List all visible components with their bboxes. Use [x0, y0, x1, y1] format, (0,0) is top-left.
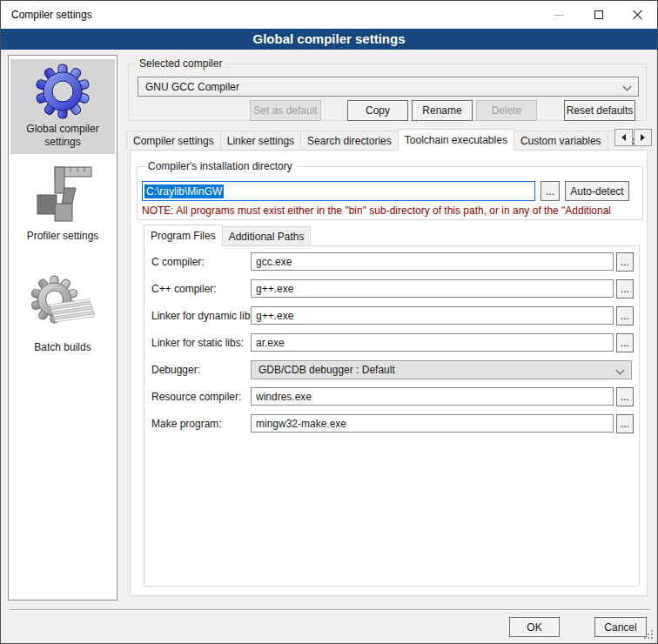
selected-compiler-group: Selected compiler GNU GCC Compiler Set a… — [128, 64, 647, 121]
chevron-down-icon — [623, 83, 632, 91]
ok-button[interactable]: OK — [509, 617, 560, 637]
minimize-icon — [554, 15, 564, 16]
tab-scroll-left-button[interactable] — [614, 129, 633, 146]
arrow-left-icon — [618, 134, 626, 141]
resource-compiler-input[interactable] — [251, 387, 614, 406]
copy-button[interactable]: Copy — [347, 100, 408, 121]
selected-compiler-group-label: Selected compiler — [136, 57, 225, 70]
reset-defaults-button[interactable]: Reset defaults — [564, 100, 635, 121]
c-compiler-browse-button[interactable]: ... — [616, 252, 634, 272]
page-title: Global compiler settings — [1, 29, 657, 50]
linker-dynamic-label: Linker for dynamic libs: — [151, 310, 258, 322]
toolchain-executables-page: Compiler's installation directory C:\ray… — [130, 150, 648, 596]
title-bar[interactable]: Compiler settings — [1, 1, 657, 29]
linker-static-browse-button[interactable]: ... — [616, 333, 634, 352]
install-dir-note: NOTE: All programs must exist either in … — [142, 205, 640, 217]
blue-gear-icon — [35, 64, 91, 119]
make-program-input[interactable] — [251, 414, 614, 433]
c-compiler-input[interactable] — [251, 252, 614, 271]
chevron-down-icon — [616, 366, 625, 375]
arrow-right-icon — [641, 134, 648, 141]
tab-custom-variables[interactable]: Custom variables — [514, 131, 608, 150]
settings-category-list: Global compiler settings Profiler settin… — [8, 55, 118, 600]
install-dir-selected-text: C:\raylib\MinGW — [144, 184, 224, 198]
resize-grip[interactable] — [651, 637, 653, 639]
compiler-settings-dialog: Compiler settings Global compiler settin… — [0, 0, 658, 644]
cpp-compiler-label: C++ compiler: — [151, 283, 217, 295]
close-icon — [632, 9, 644, 21]
compiler-select[interactable]: GNU GCC Compiler — [138, 77, 639, 97]
tab-linker-settings[interactable]: Linker settings — [220, 131, 301, 150]
main-tabstrip: Compiler settings Linker settings Search… — [126, 129, 642, 150]
maximize-button[interactable] — [579, 1, 618, 29]
linker-static-label: Linker for static libs: — [151, 337, 244, 349]
cancel-button[interactable]: Cancel — [594, 617, 647, 637]
sidebar-item-batch-builds[interactable]: Batch builds — [10, 271, 115, 359]
compiler-select-value: GNU GCC Compiler — [145, 81, 239, 93]
window-controls — [540, 1, 657, 29]
debugger-label: Debugger: — [151, 364, 200, 376]
sidebar-item-label: Batch builds — [10, 341, 115, 354]
rename-button[interactable]: Rename — [412, 100, 473, 121]
tab-additional-paths[interactable]: Additional Paths — [222, 226, 312, 245]
linker-static-input[interactable] — [251, 333, 614, 352]
cpp-compiler-input[interactable] — [251, 279, 614, 298]
minimize-button[interactable] — [540, 1, 579, 29]
linker-dynamic-browse-button[interactable]: ... — [616, 306, 634, 325]
sidebar-item-profiler-settings[interactable]: Profiler settings — [10, 156, 115, 248]
tab-toolchain-executables[interactable]: Toolchain executables — [398, 129, 514, 151]
sidebar-item-global-compiler-settings[interactable]: Global compiler settings — [10, 59, 115, 154]
caliper-icon — [29, 160, 97, 226]
make-program-browse-button[interactable]: ... — [616, 414, 634, 433]
sidebar-item-label: Profiler settings — [10, 230, 115, 243]
close-button[interactable] — [618, 1, 657, 29]
install-dir-group: Compiler's installation directory C:\ray… — [137, 166, 643, 220]
tab-compiler-settings[interactable]: Compiler settings — [126, 131, 221, 150]
program-files-tabstrip: Program Files Additional Paths — [144, 225, 311, 245]
resource-compiler-label: Resource compiler: — [151, 391, 241, 403]
footer-divider — [10, 609, 650, 611]
install-dir-input[interactable]: C:\raylib\MinGW — [142, 181, 535, 201]
window-title: Compiler settings — [11, 1, 92, 29]
make-program-label: Make program: — [151, 418, 222, 430]
tab-search-directories[interactable]: Search directories — [300, 131, 399, 150]
program-files-page: C compiler: ... C++ compiler: ... Linker… — [144, 245, 640, 587]
resource-compiler-browse-button[interactable]: ... — [616, 387, 634, 406]
linker-dynamic-input[interactable] — [251, 306, 614, 325]
debugger-select[interactable]: GDB/CDB debugger : Default — [251, 360, 632, 379]
sidebar-item-label: Global compiler settings — [10, 123, 115, 149]
delete-button[interactable]: Delete — [476, 100, 537, 121]
gray-gear-stack-icon — [30, 275, 95, 338]
cpp-compiler-browse-button[interactable]: ... — [616, 279, 634, 299]
tab-program-files[interactable]: Program Files — [144, 225, 223, 246]
tab-scroll-right-button[interactable] — [634, 129, 652, 146]
maximize-icon — [594, 10, 603, 19]
c-compiler-label: C compiler: — [151, 256, 205, 268]
install-dir-group-label: Compiler's installation directory — [144, 160, 296, 173]
debugger-select-value: GDB/CDB debugger : Default — [258, 364, 395, 376]
auto-detect-button[interactable]: Auto-detect — [565, 181, 629, 201]
install-dir-browse-button[interactable]: ... — [540, 181, 560, 201]
set-as-default-button[interactable]: Set as default — [250, 100, 321, 121]
